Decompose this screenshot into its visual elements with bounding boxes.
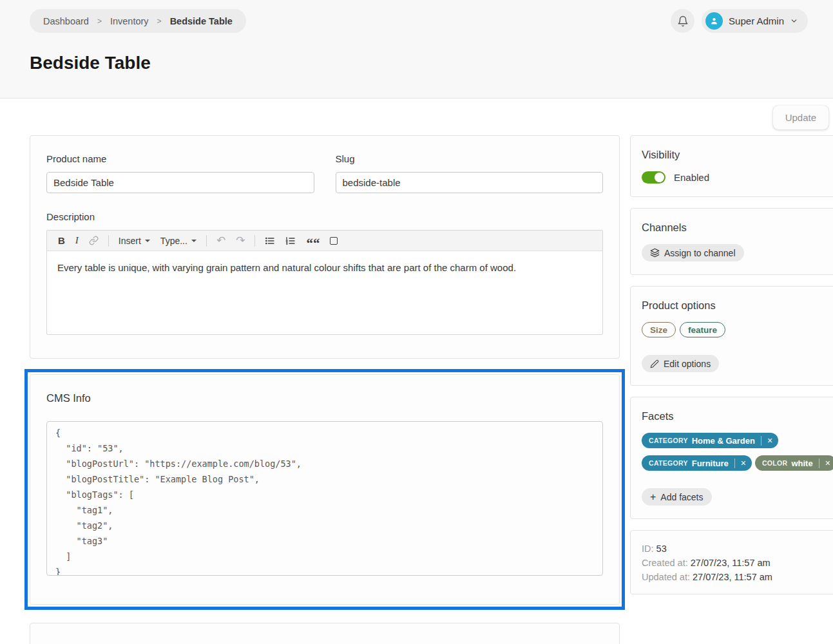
breadcrumb-inventory[interactable]: Inventory <box>110 16 149 26</box>
layers-icon <box>650 248 660 258</box>
toggle-knob <box>655 173 664 182</box>
blockquote-button[interactable]: ““ <box>301 233 325 249</box>
created-at-value: 27/07/23, 11:57 am <box>691 558 771 568</box>
assign-to-channel-label: Assign to channel <box>664 248 736 258</box>
entity-id-row: ID: 53 <box>642 542 833 556</box>
sidebar: Visibility Enabled Channels Assign to ch… <box>630 135 833 594</box>
breadcrumb-dashboard[interactable]: Dashboard <box>43 16 89 26</box>
visibility-title: Visibility <box>642 149 833 161</box>
editor-toolbar: B I Insert Type... <box>47 231 602 251</box>
caret-down-icon <box>145 240 150 242</box>
breadcrumb-separator: > <box>97 17 102 26</box>
user-menu-button[interactable]: Super Admin <box>702 9 808 33</box>
undo-button[interactable]: ↶ <box>211 232 231 249</box>
slug-input[interactable] <box>336 172 604 193</box>
toolbar-divider <box>206 235 207 247</box>
updated-at-row: Updated at: 27/07/23, 11:57 am <box>642 570 833 584</box>
product-name-input[interactable] <box>46 172 314 193</box>
chevron-down-icon <box>790 17 798 25</box>
product-options-card: Product options Size feature Edit option… <box>630 286 833 386</box>
cms-info-card: CMS Info { "id": "53", "blogPostUrl": "h… <box>30 374 620 605</box>
update-button[interactable]: Update <box>773 106 828 129</box>
facet-chip-white: COLOR white × <box>755 455 833 471</box>
bullet-list-icon <box>265 236 275 246</box>
bold-button[interactable]: B <box>53 233 70 248</box>
product-options-title: Product options <box>642 299 833 312</box>
breadcrumb: Dashboard > Inventory > Bedside Table <box>30 9 246 33</box>
entity-info-card: ID: 53 Created at: 27/07/23, 11:57 am Up… <box>630 530 833 594</box>
description-editor: B I Insert Type... <box>46 230 603 335</box>
toolbar-divider <box>254 235 255 247</box>
quote-icon: ““ <box>306 235 320 247</box>
facet-value-label: Home & Garden <box>692 436 755 446</box>
facet-type-label: COLOR <box>762 459 787 467</box>
visibility-state-label: Enabled <box>674 172 709 183</box>
facet-value-label: white <box>791 459 812 468</box>
bullet-list-button[interactable] <box>260 234 280 248</box>
option-chip-size: Size <box>642 322 676 337</box>
link-button[interactable] <box>84 234 104 247</box>
bell-icon <box>677 15 689 27</box>
type-menu-button[interactable]: Type... <box>155 234 202 248</box>
plus-icon: + <box>650 491 656 503</box>
product-name-label: Product name <box>46 153 314 164</box>
type-label: Type... <box>160 236 187 246</box>
toolbar-divider <box>108 235 109 247</box>
insert-label: Insert <box>119 236 141 246</box>
user-name: Super Admin <box>729 15 784 26</box>
updated-at-value: 27/07/23, 11:57 am <box>693 572 772 582</box>
content-area: Update Product name Slug Description <box>0 99 833 644</box>
square-icon <box>330 237 338 245</box>
facet-value-label: Furniture <box>692 459 729 468</box>
ordered-list-icon <box>285 236 296 246</box>
breadcrumb-current: Bedside Table <box>170 16 233 26</box>
add-facets-button[interactable]: + Add facets <box>642 488 712 506</box>
channels-card: Channels Assign to channel <box>630 208 833 275</box>
ordered-list-button[interactable] <box>280 234 301 248</box>
italic-button[interactable]: I <box>70 233 84 248</box>
cms-info-highlight: CMS Info { "id": "53", "blogPostUrl": "h… <box>24 369 625 610</box>
channels-title: Channels <box>642 222 833 234</box>
page-header: Dashboard > Inventory > Bedside Table Su… <box>0 0 833 99</box>
redo-button[interactable]: ↷ <box>231 232 250 249</box>
add-facets-label: Add facets <box>660 492 703 502</box>
edit-options-button[interactable]: Edit options <box>642 355 719 372</box>
description-label: Description <box>46 211 603 222</box>
pencil-icon <box>650 359 659 368</box>
main-column: Product name Slug Description B I <box>30 135 620 644</box>
avatar <box>705 12 723 30</box>
option-chip-feature: feature <box>680 322 725 337</box>
facets-card: Facets CATEGORY Home & Garden × CATEGORY… <box>630 397 833 519</box>
facet-chip-furniture: CATEGORY Furniture × <box>642 455 752 471</box>
cms-info-json-textarea[interactable]: { "id": "53", "blogPostUrl": "https://ex… <box>46 421 603 576</box>
next-section-card <box>30 623 620 644</box>
insert-menu-button[interactable]: Insert <box>113 234 155 248</box>
visibility-toggle[interactable] <box>642 171 665 184</box>
notifications-button[interactable] <box>671 9 694 33</box>
id-value: 53 <box>656 544 667 554</box>
created-at-row: Created at: 27/07/23, 11:57 am <box>642 556 833 570</box>
breadcrumb-separator: > <box>157 17 162 26</box>
product-detail-card: Product name Slug Description B I <box>30 135 620 359</box>
slug-label: Slug <box>336 153 604 164</box>
edit-options-label: Edit options <box>664 359 711 369</box>
page-title: Bedside Table <box>30 53 808 73</box>
cms-info-title: CMS Info <box>46 392 603 404</box>
updated-at-label: Updated at: <box>642 572 690 582</box>
facet-type-label: CATEGORY <box>649 437 688 444</box>
description-textbox[interactable]: Every table is unique, with varying grai… <box>47 251 602 334</box>
visibility-card: Visibility Enabled <box>630 135 833 197</box>
caret-down-icon <box>191 240 196 242</box>
remove-facet-button[interactable]: × <box>735 459 752 468</box>
created-at-label: Created at: <box>642 558 688 568</box>
code-block-button[interactable] <box>325 235 343 247</box>
facet-chip-home-garden: CATEGORY Home & Garden × <box>642 433 778 448</box>
facets-title: Facets <box>642 410 833 422</box>
assign-to-channel-button[interactable]: Assign to channel <box>642 244 744 261</box>
remove-facet-button[interactable]: × <box>819 459 833 468</box>
remove-facet-button[interactable]: × <box>761 436 778 445</box>
link-icon <box>89 236 99 245</box>
id-label: ID: <box>642 544 654 554</box>
facet-type-label: CATEGORY <box>649 459 688 467</box>
